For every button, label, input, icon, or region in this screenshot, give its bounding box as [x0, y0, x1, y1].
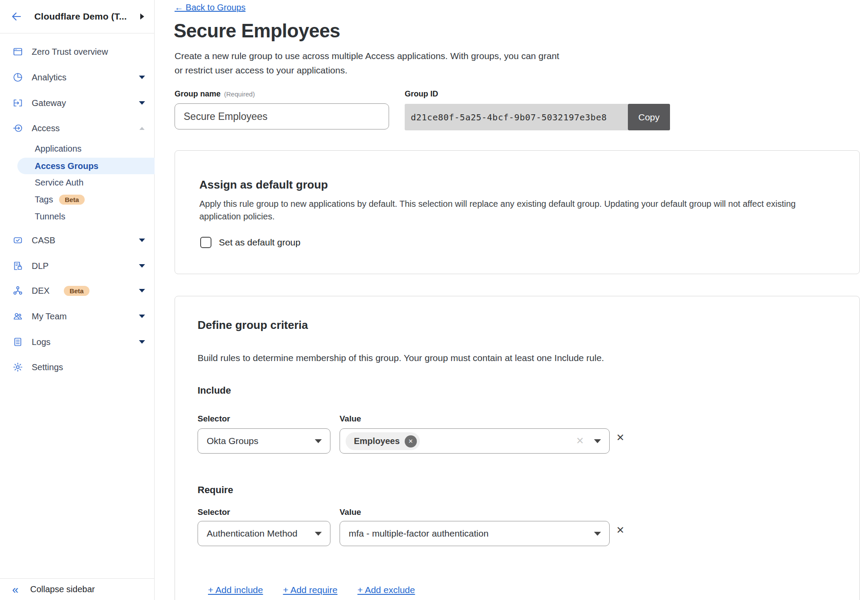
gear-icon: [12, 361, 23, 373]
chevron-down-icon: [315, 439, 322, 443]
sidebar-header: Cloudflare Demo (T...: [0, 0, 155, 33]
require-heading: Require: [198, 484, 233, 496]
require-selector-label: Selector: [198, 507, 230, 517]
employees-chip[interactable]: Employees ✕: [346, 432, 420, 450]
casb-check-icon: [12, 235, 23, 246]
gateway-icon: [12, 97, 23, 109]
include-heading: Include: [198, 385, 231, 396]
group-name-label: Group name(Required): [175, 90, 255, 99]
back-to-groups-link[interactable]: ← Back to Groups: [175, 3, 245, 13]
remove-require-rule-icon[interactable]: ✕: [616, 525, 624, 535]
add-rule-links: + Add include + Add require + Add exclud…: [208, 585, 415, 595]
sidebar-item-label: Gateway: [32, 98, 66, 108]
sidebar-item-label: Settings: [32, 362, 63, 372]
remove-include-rule-icon[interactable]: ✕: [616, 433, 624, 443]
default-group-card-description: Apply this rule group to new application…: [199, 198, 795, 223]
chevron-up-icon: [139, 127, 145, 130]
chevron-down-icon: [139, 76, 145, 79]
log-document-icon: [12, 336, 23, 348]
group-id-label: Group ID: [405, 90, 438, 99]
sidebar-item-label: Applications: [35, 144, 82, 154]
back-arrow-icon[interactable]: [11, 11, 22, 22]
require-selector-dropdown[interactable]: Authentication Method: [198, 521, 330, 546]
sidebar-item-label: My Team: [32, 312, 67, 322]
clear-values-icon[interactable]: ✕: [576, 436, 584, 446]
set-default-group-row: Set as default group: [200, 237, 300, 248]
account-title: Cloudflare Demo (T...: [34, 11, 127, 22]
zero-trust-access-group-page: Cloudflare Demo (T... Zero Trust overvie…: [0, 0, 868, 600]
chevron-down-icon: [139, 315, 145, 318]
include-selector-dropdown[interactable]: Okta Groups: [198, 428, 330, 454]
chevron-down-icon: [139, 289, 145, 292]
include-value-label: Value: [340, 414, 361, 424]
criteria-card-title: Define group criteria: [198, 318, 308, 332]
window-icon: [12, 46, 23, 57]
include-value-multiselect[interactable]: Employees ✕ ✕: [340, 428, 610, 454]
sidebar-item-logs[interactable]: Logs: [0, 333, 155, 351]
chevron-down-icon: [139, 239, 145, 242]
sidebar-item-dlp[interactable]: DLP: [0, 257, 155, 275]
sidebar-item-label: DEX: [32, 286, 50, 296]
chip-remove-icon[interactable]: ✕: [405, 435, 417, 448]
collapse-chevrons-icon: «: [12, 584, 18, 595]
people-icon: [12, 311, 23, 322]
sidebar-item-dex[interactable]: DEX Beta: [0, 282, 155, 299]
sidebar-item-settings[interactable]: Settings: [0, 358, 155, 376]
chip-label: Employees: [354, 436, 400, 446]
chevron-down-icon: [594, 532, 601, 536]
require-value: mfa - multiple-factor authentication: [340, 528, 488, 539]
network-nodes-icon: [12, 285, 23, 296]
sidebar-item-my-team[interactable]: My Team: [0, 308, 155, 325]
sidebar-item-service-auth[interactable]: Service Auth: [0, 174, 155, 191]
group-name-input[interactable]: [175, 103, 389, 129]
sidebar-item-access-groups[interactable]: Access Groups: [17, 158, 155, 174]
include-selector-value: Okta Groups: [198, 436, 258, 446]
sidebar-item-label: Zero Trust overview: [32, 47, 108, 57]
page-description-line2: or restrict user access to your applicat…: [175, 63, 559, 77]
sidebar-item-casb[interactable]: CASB: [0, 232, 155, 249]
sidebar-item-gateway[interactable]: Gateway: [0, 94, 155, 112]
copy-group-id-button[interactable]: Copy: [628, 104, 670, 130]
page-description: Create a new rule group to use across mu…: [175, 49, 559, 77]
sidebar-item-label: Access: [32, 123, 59, 133]
set-default-group-checkbox[interactable]: [200, 237, 211, 248]
criteria-card-description: Build rules to determine membership of t…: [198, 353, 604, 363]
collapse-sidebar-button[interactable]: « Collapse sidebar: [0, 578, 155, 600]
expand-account-icon[interactable]: [140, 13, 144, 20]
chevron-down-icon: [139, 101, 145, 105]
page-title: Secure Employees: [174, 20, 340, 42]
chevron-down-icon: [139, 340, 145, 344]
sidebar-item-tags[interactable]: Tags Beta: [0, 191, 155, 208]
default-group-card-title: Assign as default group: [199, 178, 328, 192]
require-selector-value: Authentication Method: [198, 528, 297, 539]
sidebar-item-applications[interactable]: Applications: [0, 140, 155, 157]
sidebar-item-analytics[interactable]: Analytics: [0, 69, 155, 86]
sidebar-item-label: Access Groups: [35, 161, 99, 171]
sidebar: Cloudflare Demo (T... Zero Trust overvie…: [0, 0, 155, 600]
include-selector-label: Selector: [198, 414, 230, 424]
sidebar-item-label: Analytics: [32, 73, 66, 83]
sidebar-item-access[interactable]: Access: [0, 119, 155, 137]
require-value-dropdown[interactable]: mfa - multiple-factor authentication: [340, 521, 610, 546]
beta-badge: Beta: [64, 286, 89, 296]
beta-badge: Beta: [59, 195, 85, 205]
document-lock-icon: [12, 260, 23, 272]
group-id-value: d21ce80f-5a25-4bcf-9b07-5032197e3be8: [405, 104, 628, 130]
sidebar-item-label: CASB: [32, 235, 55, 245]
chevron-down-icon: [139, 264, 145, 268]
sidebar-item-zero-trust-overview[interactable]: Zero Trust overview: [0, 43, 155, 60]
chevron-down-icon: [315, 532, 322, 536]
add-include-link[interactable]: + Add include: [208, 585, 263, 595]
chevron-down-icon: [594, 439, 601, 443]
sidebar-item-label: Service Auth: [35, 178, 83, 188]
sidebar-item-label: DLP: [32, 261, 49, 271]
require-value-label: Value: [340, 507, 361, 517]
sidebar-item-tunnels[interactable]: Tunnels: [0, 208, 155, 225]
add-require-link[interactable]: + Add require: [283, 585, 338, 595]
add-exclude-link[interactable]: + Add exclude: [357, 585, 415, 595]
collapse-sidebar-label: Collapse sidebar: [30, 584, 95, 594]
pie-chart-icon: [12, 72, 23, 83]
criteria-card: Define group criteria Build rules to det…: [175, 296, 860, 600]
default-group-card: Assign as default group Apply this rule …: [175, 150, 860, 274]
sidebar-item-label: Logs: [32, 337, 50, 347]
